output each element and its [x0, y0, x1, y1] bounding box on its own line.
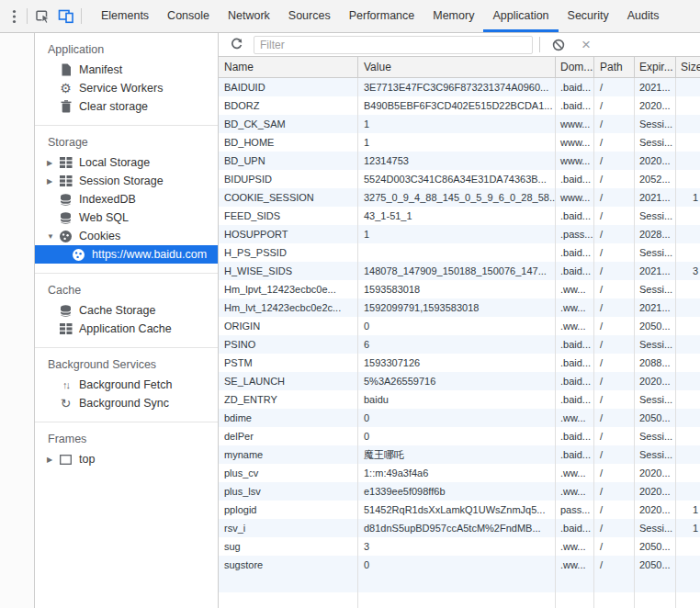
- sidebar-item-session-storage[interactable]: ▶ Session Storage: [35, 172, 218, 190]
- cookie-name-cell[interactable]: plus_lsv: [219, 482, 358, 501]
- cookie-name-cell[interactable]: BD_HOME: [219, 133, 358, 152]
- cookie-path-cell[interactable]: /: [594, 78, 635, 96]
- cookie-name-cell[interactable]: BIDUPSID: [219, 170, 358, 188]
- cookie-domain-cell[interactable]: .baid...: [556, 262, 594, 280]
- panel-tab[interactable]: Performance: [340, 0, 424, 32]
- cookie-expires-cell[interactable]: 2020...: [635, 501, 676, 519]
- cookie-domain-cell[interactable]: .baid...: [556, 170, 594, 188]
- cookie-row[interactable]: pplogid 51452RqR1dsXxLamkQ1UWsZnmJq5... …: [219, 501, 700, 519]
- cookie-expires-cell[interactable]: 2020...: [635, 372, 676, 390]
- cookie-row[interactable]: BAIDUID 3E7713E47FC3C96F873231374A0960..…: [219, 78, 700, 96]
- cookie-row[interactable]: sugstore 0 .ww... / 2050...: [219, 556, 700, 574]
- cookie-domain-cell[interactable]: .ww...: [556, 556, 594, 574]
- cookie-value-cell[interactable]: 43_1-51_1: [358, 207, 556, 225]
- cookie-size-cell[interactable]: [676, 78, 700, 96]
- cookie-path-cell[interactable]: /: [594, 96, 635, 115]
- column-header-name[interactable]: Name: [219, 57, 358, 77]
- cookie-expires-cell[interactable]: 2021...: [635, 78, 676, 96]
- cookie-name-cell[interactable]: rsv_i: [219, 519, 358, 537]
- cookie-name-cell[interactable]: bdime: [219, 409, 358, 427]
- panel-tab[interactable]: Audits: [618, 0, 669, 32]
- cookie-name-cell[interactable]: H_PS_PSSID: [219, 243, 358, 262]
- cookie-row[interactable]: BD_UPN 12314753 www... / 2020...: [219, 152, 700, 170]
- panel-tab[interactable]: Network: [219, 0, 279, 32]
- cookie-domain-cell[interactable]: pass...: [556, 501, 594, 519]
- cookie-value-cell[interactable]: 0: [358, 317, 556, 335]
- cookie-name-cell[interactable]: BD_CK_SAM: [219, 115, 358, 133]
- cookie-row[interactable]: plus_lsv e1339ee5f098ff6b .ww... / 2020.…: [219, 482, 700, 501]
- cookie-name-cell[interactable]: PSINO: [219, 335, 358, 354]
- panel-tab[interactable]: Memory: [423, 0, 483, 32]
- cookie-value-cell[interactable]: 5%3A26559716: [358, 372, 556, 390]
- cookie-path-cell[interactable]: /: [594, 335, 635, 354]
- cookie-path-cell[interactable]: /: [594, 372, 635, 390]
- cookie-domain-cell[interactable]: .baid...: [556, 243, 594, 262]
- cookie-name-cell[interactable]: H_WISE_SIDS: [219, 262, 358, 280]
- cookie-row[interactable]: PSINO 6 .baid... / Sessi...: [219, 335, 700, 354]
- cookie-value-cell[interactable]: [358, 243, 556, 262]
- cookie-path-cell[interactable]: /: [594, 354, 635, 372]
- cookie-path-cell[interactable]: /: [594, 317, 635, 335]
- cookie-path-cell[interactable]: /: [594, 537, 635, 556]
- cookie-value-cell[interactable]: 0: [358, 409, 556, 427]
- cookie-value-cell[interactable]: 3: [358, 537, 556, 556]
- cookie-row[interactable]: BD_CK_SAM 1 www... / Sessi...: [219, 115, 700, 133]
- cookie-row[interactable]: PSTM 1593307126 .baid... / 2088...: [219, 354, 700, 372]
- cookie-path-cell[interactable]: /: [594, 225, 635, 243]
- cookie-size-cell[interactable]: [676, 537, 700, 556]
- cookie-expires-cell[interactable]: Sessi...: [635, 445, 676, 464]
- cookie-domain-cell[interactable]: .baid...: [556, 354, 594, 372]
- sidebar-item-application-cache[interactable]: Application Cache: [35, 320, 218, 338]
- cookie-value-cell[interactable]: 1592099791,1593583018: [358, 298, 556, 317]
- cookie-value-cell[interactable]: d81dnS5upBD957ccA5tcM%2FndMB...: [358, 519, 556, 537]
- cookie-expires-cell[interactable]: Sessi...: [635, 243, 676, 262]
- cookie-value-cell[interactable]: 1: [358, 115, 556, 133]
- sidebar-item-web-sql[interactable]: Web SQL: [35, 208, 218, 227]
- cookie-size-cell[interactable]: [676, 317, 700, 335]
- cookie-domain-cell[interactable]: .ww...: [556, 537, 594, 556]
- cookie-row[interactable]: SE_LAUNCH 5%3A26559716 .baid... / 2020..…: [219, 372, 700, 390]
- cookie-value-cell[interactable]: 3275_0_9_4_88_145_0_5_9_6_0_28_58...: [358, 188, 556, 207]
- cookie-domain-cell[interactable]: .pass...: [556, 225, 594, 243]
- cookie-domain-cell[interactable]: www...: [556, 115, 594, 133]
- cookie-row[interactable]: HOSUPPORT 1 .pass... / 2028...: [219, 225, 700, 243]
- cookie-row[interactable]: bdime 0 .ww... / 2050...: [219, 409, 700, 427]
- chevron-right-icon[interactable]: ▶: [47, 456, 58, 464]
- cookie-row[interactable]: myname 魔王哪吒 .baid... / Sessi...: [219, 445, 700, 464]
- cookie-size-cell[interactable]: 1: [676, 188, 700, 207]
- cookie-row[interactable]: BDORZ B490B5EBF6F3CD402E515D22BCDA1... .…: [219, 96, 700, 115]
- cookie-value-cell[interactable]: e1339ee5f098ff6b: [358, 482, 556, 501]
- cookie-name-cell[interactable]: COOKIE_SESSION: [219, 188, 358, 207]
- column-header-domain[interactable]: Dom...: [556, 57, 594, 77]
- cookie-row[interactable]: sug 3 .ww... / 2050...: [219, 537, 700, 556]
- cookie-value-cell[interactable]: 魔王哪吒: [358, 445, 556, 464]
- cookie-expires-cell[interactable]: 2052...: [635, 170, 676, 188]
- cookie-expires-cell[interactable]: 2050...: [635, 556, 676, 574]
- cookie-domain-cell[interactable]: .baid...: [556, 207, 594, 225]
- cookie-expires-cell[interactable]: Sessi...: [635, 115, 676, 133]
- cookie-name-cell[interactable]: HOSUPPORT: [219, 225, 358, 243]
- cookie-row[interactable]: rsv_i d81dnS5upBD957ccA5tcM%2FndMB... .b…: [219, 519, 700, 537]
- cookie-domain-cell[interactable]: www...: [556, 133, 594, 152]
- cookie-domain-cell[interactable]: .ww...: [556, 298, 594, 317]
- sidebar-item-cache-storage[interactable]: Cache Storage: [35, 301, 218, 320]
- cookie-path-cell[interactable]: /: [594, 280, 635, 298]
- cookie-path-cell[interactable]: /: [594, 409, 635, 427]
- cookie-path-cell[interactable]: /: [594, 501, 635, 519]
- cookie-name-cell[interactable]: Hm_lvt_12423ecbc0e2c...: [219, 298, 358, 317]
- cookie-size-cell[interactable]: [676, 464, 700, 482]
- cookie-expires-cell[interactable]: Sessi...: [635, 427, 676, 445]
- cookie-path-cell[interactable]: /: [594, 115, 635, 133]
- cookie-path-cell[interactable]: /: [594, 427, 635, 445]
- panel-tab[interactable]: Elements: [92, 0, 158, 32]
- cookie-name-cell[interactable]: pplogid: [219, 501, 358, 519]
- cookie-row[interactable]: FEED_SIDS 43_1-51_1 .baid... / Sessi...: [219, 207, 700, 225]
- cookie-domain-cell[interactable]: .ww...: [556, 464, 594, 482]
- cookie-domain-cell[interactable]: www...: [556, 152, 594, 170]
- cookie-domain-cell[interactable]: .baid...: [556, 335, 594, 354]
- cookie-value-cell[interactable]: B490B5EBF6F3CD402E515D22BCDA1...: [358, 96, 556, 115]
- cookie-path-cell[interactable]: /: [594, 556, 635, 574]
- cookie-expires-cell[interactable]: 2050...: [635, 317, 676, 335]
- cookie-expires-cell[interactable]: Sessi...: [635, 390, 676, 409]
- cookie-row[interactable]: Hm_lvt_12423ecbc0e2c... 1592099791,15935…: [219, 298, 700, 317]
